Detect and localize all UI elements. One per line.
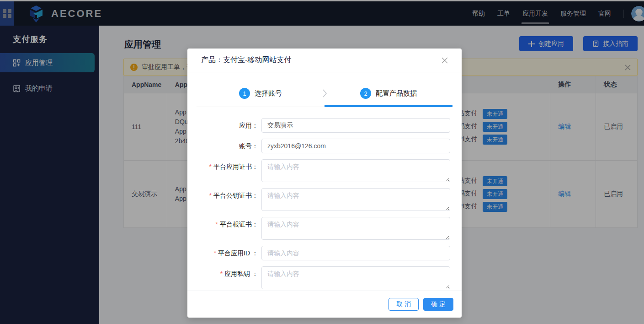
step-number: 2: [360, 88, 371, 99]
app-root: AECORE 帮助 工单 应用开发 服务管理 官网: [0, 0, 644, 324]
app-input[interactable]: [261, 118, 450, 133]
field-row-app: 应用：: [187, 118, 462, 133]
step-label: 配置产品数据: [376, 88, 417, 99]
field-row-platform-app-cert: *平台应用证书：: [187, 159, 462, 182]
required-mark: *: [214, 249, 216, 257]
account-input[interactable]: [261, 139, 450, 153]
step-select-account[interactable]: 1 选择账号: [197, 88, 325, 107]
step-label: 选择账号: [255, 88, 282, 99]
platform-public-key-cert-textarea[interactable]: [261, 188, 450, 211]
confirm-button[interactable]: 确 定: [423, 298, 453, 311]
platform-app-id-input[interactable]: [261, 246, 450, 260]
chevron-right-icon: [320, 89, 329, 100]
step-configure-product[interactable]: 2 配置产品数据: [325, 88, 452, 107]
field-row-platform-app-id: *平台应用ID ：: [187, 246, 462, 260]
platform-root-cert-textarea[interactable]: [261, 217, 450, 240]
field-row-app-private-key: *应用私钥 ：: [187, 266, 462, 289]
modal-close-icon[interactable]: [442, 57, 448, 64]
modal-title: 产品：支付宝-移动网站支付: [201, 55, 291, 65]
app-private-key-textarea[interactable]: [261, 266, 450, 289]
required-mark: *: [216, 221, 218, 228]
field-row-account: 账号：: [187, 139, 462, 153]
modal-header: 产品：支付宝-移动网站支付: [187, 49, 462, 72]
modal-footer: 取 消 确 定: [187, 291, 462, 318]
field-row-platform-public-key-cert: *平台公钥证书：: [187, 188, 462, 211]
field-row-platform-root-cert: *平台根证书：: [187, 217, 462, 240]
required-mark: *: [209, 163, 212, 170]
platform-app-cert-textarea[interactable]: [261, 159, 450, 182]
wizard-steps: 1 选择账号 2 配置产品数据: [197, 88, 452, 107]
cancel-button[interactable]: 取 消: [389, 298, 419, 311]
product-config-form: 应用： 账号： *平台应用证书： *平台公钥证书： *平台根证书： *平台应用I…: [187, 118, 462, 289]
product-config-modal: 产品：支付宝-移动网站支付 1 选择账号 2 配置产品数据: [187, 49, 462, 318]
step-number: 1: [239, 88, 250, 99]
required-mark: *: [209, 192, 212, 199]
required-mark: *: [220, 270, 223, 277]
